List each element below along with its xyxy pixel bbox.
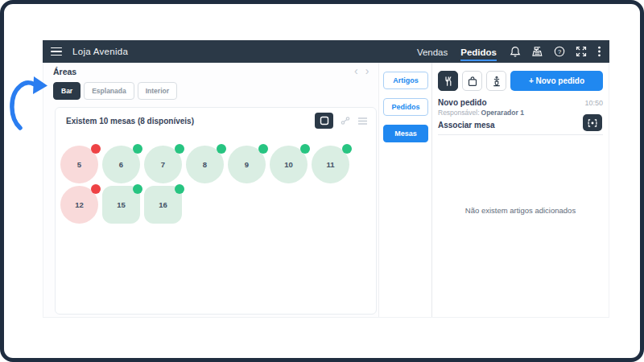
bag-icon [467, 76, 478, 87]
tables-card: Existem 10 mesas (8 disponíveis) 5 6 7 [55, 107, 377, 315]
areas-title: Áreas [53, 67, 76, 76]
screenshot-frame: Loja Avenida Vendas Pedidos ? [0, 0, 644, 362]
table-15[interactable]: 15 [102, 186, 140, 224]
takeaway-button[interactable] [462, 71, 482, 91]
svg-text:?: ? [558, 48, 561, 56]
area-pager: ‹ › [354, 64, 369, 77]
view-switch-column: Artigos Pedidos Mesas [378, 63, 432, 317]
mesas-button[interactable]: Mesas [383, 125, 428, 142]
table-8[interactable]: 8 [186, 146, 224, 183]
main-content: Áreas ‹ › Bar Esplanada Interior Existem… [43, 63, 609, 318]
table-number: 16 [159, 200, 167, 209]
chevron-right-icon[interactable]: › [365, 64, 369, 77]
link-icon[interactable] [341, 116, 350, 125]
status-dot [217, 144, 226, 154]
app-window: Loja Avenida Vendas Pedidos ? [43, 40, 609, 318]
status-dot [342, 144, 352, 154]
scan-table-button[interactable] [583, 114, 602, 131]
list-view-icon[interactable] [357, 117, 368, 125]
dine-in-button[interactable] [438, 71, 458, 91]
table-number: 15 [117, 200, 126, 209]
topbar-icons: ? [510, 46, 601, 57]
status-dot [175, 184, 184, 194]
map-view-button[interactable] [315, 113, 333, 129]
area-tab-esplanada[interactable]: Esplanada [84, 82, 134, 100]
nav-vendas[interactable]: Vendas [417, 42, 448, 61]
top-bar: Loja Avenida Vendas Pedidos ? [43, 40, 609, 63]
table-number: 9 [245, 160, 249, 169]
order-responsible: Responsável:Operarador 1 [438, 109, 524, 117]
fork-knife-icon [443, 76, 454, 87]
table-16[interactable]: 16 [144, 186, 182, 224]
table-7[interactable]: 7 [144, 146, 182, 183]
empty-cart-message: Não existem artigos adicionados [432, 206, 609, 215]
kebab-icon[interactable] [597, 46, 601, 57]
table-number: 8 [203, 160, 207, 169]
bell-icon[interactable] [510, 46, 521, 57]
area-tab-interior[interactable]: Interior [138, 82, 177, 100]
fullscreen-icon[interactable] [576, 46, 587, 57]
responsible-label: Responsável: [438, 109, 480, 117]
table-5[interactable]: 5 [60, 146, 98, 183]
pedidos-button[interactable]: Pedidos [383, 98, 428, 116]
order-panel: + Novo pedido Novo pedido 10:50 Responsá… [432, 63, 609, 317]
artigos-button[interactable]: Artigos [383, 72, 428, 89]
tables-card-tools [315, 113, 368, 129]
order-title: Novo pedido [438, 98, 487, 107]
table-number: 10 [284, 160, 293, 169]
delivery-button[interactable] [486, 71, 506, 91]
table-11[interactable]: 11 [312, 146, 349, 183]
status-dot [258, 144, 268, 154]
associate-table-divider [438, 134, 603, 135]
table-12[interactable]: 12 [60, 186, 98, 224]
area-tab-bar[interactable]: Bar [53, 82, 80, 100]
status-dot [300, 144, 310, 154]
order-time: 10:50 [584, 99, 603, 107]
nav-pedidos[interactable]: Pedidos [460, 42, 497, 61]
scan-icon [588, 118, 597, 128]
chevron-left-icon[interactable]: ‹ [354, 64, 358, 77]
responsible-name: Operarador 1 [481, 109, 524, 117]
table-6[interactable]: 6 [102, 146, 140, 183]
table-number: 7 [161, 160, 165, 169]
table-number: 6 [119, 160, 123, 169]
hamburger-icon[interactable] [51, 47, 62, 56]
area-tabs: Bar Esplanada Interior [53, 82, 177, 100]
status-dot [175, 144, 184, 154]
table-9[interactable]: 9 [228, 146, 266, 183]
table-number: 12 [75, 200, 84, 209]
status-dot [133, 144, 142, 154]
status-dot [91, 144, 101, 154]
cash-register-icon[interactable] [531, 46, 543, 57]
new-order-button[interactable]: + Novo pedido [510, 71, 603, 91]
associate-table-label: Associar mesa [438, 121, 495, 130]
status-dot [133, 184, 142, 194]
table-10[interactable]: 10 [270, 146, 308, 183]
scooter-icon [491, 76, 502, 87]
annotation-arrow [9, 75, 52, 133]
status-dot [91, 184, 101, 194]
help-icon[interactable]: ? [554, 46, 565, 57]
store-title: Loja Avenida [72, 47, 128, 56]
table-number: 11 [326, 160, 334, 169]
topbar-nav: Vendas Pedidos [417, 42, 497, 61]
table-number: 5 [77, 160, 81, 169]
tables-summary: Existem 10 mesas (8 disponíveis) [66, 117, 194, 125]
map-view-icon [320, 116, 329, 125]
